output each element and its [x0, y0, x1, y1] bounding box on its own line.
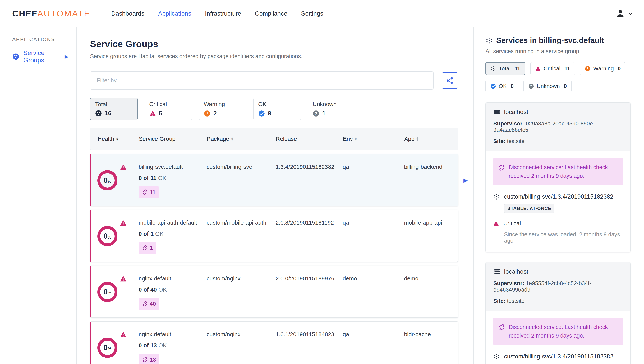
disconnected-banner: Disconnected service: Last health check … [493, 318, 623, 345]
column-header-app[interactable]: App▲▼ [404, 136, 458, 142]
filter-card-count: 5 [159, 110, 162, 117]
broken-link-icon [498, 164, 505, 171]
site-value: testsite [507, 298, 524, 304]
chef-automate-logo[interactable]: CHEFAUTOMATE [12, 9, 90, 19]
status-filter-cards: Total 16 Critical 5 Warning 2 [90, 98, 458, 120]
column-header-service-group[interactable]: Service Group [139, 136, 207, 142]
nav-tab-infrastructure[interactable]: Infrastructure [205, 10, 241, 17]
warning-icon [585, 66, 590, 72]
site-value: testsite [507, 138, 524, 144]
ok-suffix: OK [158, 342, 166, 348]
filter-card-total[interactable]: Total 16 [90, 98, 138, 120]
health-cell: 0% [97, 163, 138, 198]
sort-icon[interactable]: ▲▼ [231, 137, 234, 141]
disconnected-banner-text: Disconnected service: Last health check … [509, 163, 618, 180]
sort-icon[interactable]: ▲▼ [116, 137, 118, 141]
release-cell: 2.0.8/20190115181192 [276, 218, 343, 254]
disconnected-count: 13 [150, 355, 156, 363]
table-header: Health▲▼ Service Group Package▲▼ Release… [90, 128, 458, 150]
app-cell: bldr-cache [404, 330, 458, 364]
table-row[interactable]: 0% nginx.default 0 of 13 OK 13 custom/ng… [90, 321, 458, 364]
column-header-release[interactable]: Release [276, 136, 343, 142]
filter-card-label: Warning [204, 101, 242, 107]
sidebar-section-label: APPLICATIONS [12, 37, 76, 42]
logo-automate: AUTOMATE [38, 9, 91, 19]
pill-label: Critical [544, 65, 560, 72]
nav-tab-dashboards[interactable]: Dashboards [111, 10, 144, 17]
service-group-detail-panel: Services in billing-svc.default All serv… [474, 27, 644, 364]
pill-total[interactable]: Total11 [486, 62, 525, 75]
critical-icon [535, 66, 541, 72]
site-label: Site: [493, 298, 506, 304]
health-donut: 0% [97, 338, 118, 358]
pill-unknown[interactable]: ? Unknown0 [524, 80, 572, 92]
column-header-health[interactable]: Health▲▼ [98, 136, 139, 142]
since-loaded-text: Since the service was loaded, 2 months 9… [504, 231, 623, 244]
app-cell: mobile-app-api [404, 218, 458, 254]
package-cell: custom/billing-svc [206, 163, 276, 198]
disconnected-badge[interactable]: 40 [138, 298, 159, 310]
filter-card-unknown[interactable]: Unknown ? 1 [308, 98, 355, 120]
package-identifier: custom/billing-svc/1.3.4/20190115182382 [493, 353, 623, 360]
table-row[interactable]: 0% nginx.default 0 of 40 OK 40 custom/ng… [90, 266, 458, 317]
pill-count: 11 [564, 65, 570, 72]
service-card: localhost Supervisor: 029a3a8a-20ac-4590… [486, 102, 630, 252]
app-cell: demo [404, 274, 458, 310]
broken-link-icon [498, 324, 505, 331]
filter-card-label: Critical [149, 101, 187, 107]
filter-card-label: OK [258, 101, 296, 107]
table-row[interactable]: 0% billing-svc.default 0 of 11 OK 11 cus… [90, 154, 458, 206]
panel-title-text: Services in billing-svc.default [496, 36, 604, 45]
ok-icon [258, 110, 265, 117]
nav-tab-settings[interactable]: Settings [301, 10, 323, 17]
filter-card-label: Unknown [312, 101, 350, 107]
service-group-cell: nginx.default 0 of 13 OK 13 [138, 330, 206, 364]
filter-input[interactable] [90, 71, 434, 90]
table-row[interactable]: 0% mobile-api-auth.default 0 of 1 OK 1 c… [90, 210, 458, 262]
disconnected-banner: Disconnected service: Last health check … [493, 158, 623, 185]
expand-arrow-icon[interactable]: ▶ [64, 54, 68, 60]
service-group-name: nginx.default [138, 274, 199, 283]
service-group-name: billing-svc.default [138, 163, 199, 171]
pill-count: 0 [510, 83, 514, 89]
disconnected-badge[interactable]: 1 [138, 242, 156, 254]
service-card: localhost Supervisor: 1e95554f-2cb8-4c52… [486, 262, 630, 364]
sort-icon[interactable]: ▲▼ [355, 137, 357, 141]
nav-tab-compliance[interactable]: Compliance [255, 10, 287, 17]
nav-tab-applications[interactable]: Applications [158, 10, 191, 17]
column-header-package[interactable]: Package▲▼ [207, 136, 276, 142]
pill-count: 0 [564, 83, 567, 89]
pill-critical[interactable]: Critical11 [530, 62, 575, 75]
filter-card-ok[interactable]: OK 8 [254, 98, 301, 120]
update-strategy-chip: STABLE: AT-ONCE [504, 204, 554, 213]
pill-warning[interactable]: Warning0 [580, 62, 626, 75]
logo-chef: CHEF [12, 9, 38, 19]
page-subtitle: Service groups are Habitat services orde… [90, 53, 458, 60]
site-label: Site: [493, 138, 506, 144]
ok-count: 0 of 11 [138, 175, 156, 181]
disconnected-badge[interactable]: 11 [138, 186, 159, 198]
filter-card-label: Total [95, 101, 133, 108]
critical-icon [149, 110, 156, 117]
package-identifier: custom/billing-svc/1.3.4/20190115182382 [493, 193, 623, 200]
service-group-cell: nginx.default 0 of 40 OK 40 [138, 274, 206, 310]
sidebar-item-service-groups[interactable]: Service Groups ▶ [12, 49, 76, 64]
broken-link-icon [142, 301, 148, 307]
column-header-env[interactable]: Env▲▼ [343, 136, 404, 142]
critical-icon [120, 275, 127, 282]
disconnected-count: 40 [150, 300, 156, 308]
sort-icon[interactable]: ▲▼ [416, 137, 418, 141]
selected-row-arrow-icon: ▶ [464, 177, 468, 183]
share-button[interactable] [442, 72, 458, 89]
critical-icon [120, 164, 127, 170]
user-menu[interactable] [615, 9, 633, 19]
pill-ok[interactable]: OK0 [486, 80, 518, 92]
page-title: Service Groups [90, 39, 458, 49]
filter-card-warning[interactable]: Warning 2 [199, 98, 246, 120]
filter-card-critical[interactable]: Critical 5 [144, 98, 192, 120]
service-status-text: Critical [503, 220, 521, 227]
disconnected-badge[interactable]: 13 [138, 354, 159, 364]
service-groups-icon [95, 110, 102, 117]
service-card-body: Disconnected service: Last health check … [486, 311, 630, 364]
unknown-icon: ? [312, 110, 320, 117]
